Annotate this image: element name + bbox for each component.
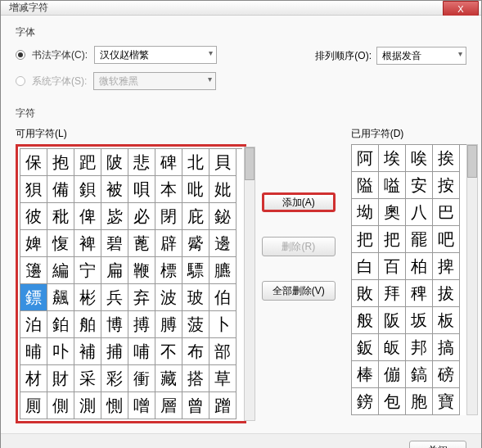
char-cell[interactable]: 悲 <box>128 149 155 176</box>
char-cell[interactable]: 伯 <box>209 284 236 311</box>
char-cell[interactable]: 閉 <box>155 203 182 230</box>
char-cell[interactable]: 皈 <box>379 334 406 361</box>
char-cell[interactable]: 鉍 <box>209 203 236 230</box>
char-cell[interactable]: 側 <box>47 392 74 419</box>
char-cell[interactable]: 捭 <box>433 253 460 280</box>
char-cell[interactable]: 膊 <box>155 311 182 338</box>
char-cell[interactable]: 厠 <box>20 392 47 419</box>
char-cell[interactable]: 藏 <box>155 365 182 392</box>
char-cell[interactable]: 鈑 <box>352 334 379 361</box>
char-cell[interactable]: 驃 <box>182 257 209 284</box>
char-cell[interactable]: 鞭 <box>128 257 155 284</box>
char-cell[interactable]: 唄 <box>128 176 155 203</box>
close-button[interactable]: X <box>443 1 479 17</box>
used-scrollbar[interactable] <box>466 144 478 415</box>
char-cell[interactable]: 裨 <box>74 230 101 257</box>
char-cell[interactable]: 部 <box>209 338 236 365</box>
char-cell[interactable]: 愎 <box>47 230 74 257</box>
char-cell[interactable]: 邦 <box>406 334 433 361</box>
char-cell[interactable]: 拔 <box>433 280 460 307</box>
char-cell[interactable]: 臕 <box>209 257 236 284</box>
char-cell[interactable]: 必 <box>128 203 155 230</box>
char-cell[interactable]: 草 <box>209 365 236 392</box>
char-cell[interactable]: 奧 <box>379 199 406 226</box>
char-cell[interactable]: 嗌 <box>379 172 406 199</box>
char-cell[interactable]: 不 <box>155 338 182 365</box>
char-cell[interactable]: 蹭 <box>209 392 236 419</box>
char-cell[interactable]: 挨 <box>433 145 460 172</box>
char-cell[interactable]: 籩 <box>20 257 47 284</box>
char-cell[interactable]: 博 <box>101 311 128 338</box>
char-cell[interactable]: 彩 <box>101 365 128 392</box>
char-cell[interactable]: 北 <box>182 149 209 176</box>
char-cell[interactable]: 秕 <box>47 203 74 230</box>
char-cell[interactable]: 跁 <box>74 149 101 176</box>
char-cell[interactable]: 鎊 <box>352 388 379 415</box>
char-cell[interactable]: 備 <box>47 176 74 203</box>
char-cell[interactable]: 彼 <box>20 203 47 230</box>
char-cell[interactable]: 拜 <box>379 280 406 307</box>
char-cell[interactable]: 寶 <box>433 388 460 415</box>
char-cell[interactable]: 標 <box>155 257 182 284</box>
char-cell[interactable]: 把 <box>379 226 406 253</box>
char-cell[interactable]: 財 <box>47 365 74 392</box>
char-cell[interactable]: 包 <box>379 388 406 415</box>
char-cell[interactable]: 百 <box>379 253 406 280</box>
char-cell[interactable]: 彬 <box>74 284 101 311</box>
char-cell[interactable]: 罷 <box>406 226 433 253</box>
char-cell[interactable]: 磅 <box>433 361 460 388</box>
char-cell[interactable]: 敗 <box>352 280 379 307</box>
char-cell[interactable]: 觱 <box>182 230 209 257</box>
char-cell[interactable]: 晡 <box>20 338 47 365</box>
char-cell[interactable]: 鏢 <box>20 284 47 311</box>
char-cell[interactable]: 巴 <box>433 199 460 226</box>
char-cell[interactable]: 搞 <box>433 334 460 361</box>
char-cell[interactable]: 編 <box>47 257 74 284</box>
char-cell[interactable]: 噌 <box>128 392 155 419</box>
char-cell[interactable]: 采 <box>74 365 101 392</box>
char-cell[interactable]: 哺 <box>128 338 155 365</box>
char-cell[interactable]: 惻 <box>101 392 128 419</box>
char-cell[interactable]: 抱 <box>47 149 74 176</box>
char-cell[interactable]: 波 <box>155 284 182 311</box>
char-cell[interactable]: 搏 <box>128 311 155 338</box>
char-cell[interactable]: 碧 <box>101 230 128 257</box>
char-cell[interactable]: 把 <box>352 226 379 253</box>
char-cell[interactable]: 補 <box>74 338 101 365</box>
char-cell[interactable]: 辟 <box>155 230 182 257</box>
calligraphy-font-dropdown[interactable]: 汉仪赵楷繁 <box>94 46 217 64</box>
remove-all-button[interactable]: 全部删除(V) <box>262 281 336 301</box>
char-cell[interactable]: 傰 <box>379 361 406 388</box>
scroll-thumb[interactable] <box>245 147 255 180</box>
char-cell[interactable]: 玻 <box>182 284 209 311</box>
char-cell[interactable]: 白 <box>352 253 379 280</box>
char-cell[interactable]: 柏 <box>406 253 433 280</box>
char-cell[interactable]: 陂 <box>101 149 128 176</box>
char-cell[interactable]: 胞 <box>406 388 433 415</box>
char-cell[interactable]: 安 <box>406 172 433 199</box>
char-cell[interactable]: 鋇 <box>74 176 101 203</box>
char-cell[interactable]: 坂 <box>406 307 433 334</box>
char-cell[interactable]: 曾 <box>182 392 209 419</box>
scroll-thumb[interactable] <box>467 145 477 178</box>
char-cell[interactable]: 隘 <box>352 172 379 199</box>
char-cell[interactable]: 毖 <box>101 203 128 230</box>
char-cell[interactable]: 兵 <box>101 284 128 311</box>
char-cell[interactable]: 宁 <box>74 257 101 284</box>
char-cell[interactable]: 本 <box>155 176 182 203</box>
char-cell[interactable]: 被 <box>101 176 128 203</box>
char-cell[interactable]: 般 <box>352 307 379 334</box>
char-cell[interactable]: 婢 <box>20 230 47 257</box>
char-cell[interactable]: 板 <box>433 307 460 334</box>
char-cell[interactable]: 卜 <box>209 311 236 338</box>
char-cell[interactable]: 蓖 <box>128 230 155 257</box>
char-cell[interactable]: 布 <box>182 338 209 365</box>
char-cell[interactable]: 扁 <box>101 257 128 284</box>
char-cell[interactable]: 鎬 <box>406 361 433 388</box>
sort-dropdown[interactable]: 根据发音 <box>376 47 466 65</box>
char-cell[interactable]: 狽 <box>20 176 47 203</box>
char-cell[interactable]: 飆 <box>47 284 74 311</box>
calligraphy-radio[interactable] <box>16 50 25 60</box>
char-cell[interactable]: 搭 <box>182 365 209 392</box>
available-char-grid[interactable]: 保抱跁陂悲碑北貝狽備鋇被唄本吡妣彼秕俾毖必閉庇鉍婢愎裨碧蓖辟觱邊籩編宁扁鞭標驃臕… <box>20 148 242 419</box>
